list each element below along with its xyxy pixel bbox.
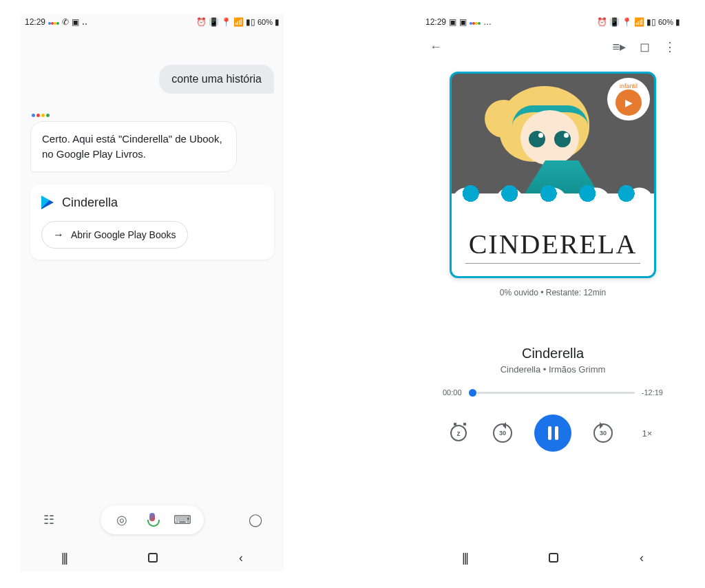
more-notif-icon: ‥ bbox=[82, 17, 87, 27]
track-subtitle: Cinderella • Irmãos Grimm bbox=[501, 364, 606, 375]
pause-button[interactable] bbox=[534, 414, 571, 452]
phone-assistant: 12:29 ✆ ▣ ‥ ⏰ 📳 📍 📶 ▮▯ 60% ▮ conte uma h… bbox=[21, 14, 284, 571]
status-bar: 12:29 ▣ ▣ … ⏰ 📳 📍 📶 ▮▯ 60% ▮ bbox=[421, 14, 684, 30]
system-nav-bar: ||| ‹ bbox=[421, 544, 684, 571]
rewind-30-button[interactable]: 30 bbox=[490, 421, 515, 445]
bookmark-icon[interactable]: ◻ bbox=[640, 39, 650, 54]
signal-icon: ▮▯ bbox=[246, 17, 255, 27]
player-controls: 30 30 1× bbox=[446, 414, 660, 452]
location-icon: 📍 bbox=[622, 17, 632, 27]
badge-label: infantil bbox=[620, 83, 638, 90]
sleep-timer-button[interactable] bbox=[446, 421, 471, 445]
google-icon bbox=[48, 17, 59, 27]
seek-row: 00:00 -12:19 bbox=[443, 388, 663, 397]
alarm-icon: ⏰ bbox=[597, 17, 607, 27]
alarm-icon: ⏰ bbox=[196, 17, 207, 27]
open-play-books-button[interactable]: → Abrir Google Play Books bbox=[41, 221, 188, 249]
keyboard-icon[interactable]: ⌨ bbox=[175, 512, 190, 527]
battery-icon: ▮ bbox=[275, 17, 280, 27]
vibrate-icon: 📳 bbox=[209, 17, 219, 27]
whatsapp-icon: ✆ bbox=[62, 17, 69, 27]
open-play-books-label: Abrir Google Play Books bbox=[71, 229, 176, 240]
wifi-icon: 📶 bbox=[634, 17, 644, 27]
image-notif-icon: ▣ bbox=[459, 17, 467, 27]
location-icon: 📍 bbox=[221, 17, 231, 27]
battery-icon: ▮ bbox=[675, 17, 680, 27]
arrow-right-icon: → bbox=[53, 229, 64, 241]
status-bar: 12:29 ✆ ▣ ‥ ⏰ 📳 📍 📶 ▮▯ 60% ▮ bbox=[21, 14, 284, 30]
card-title: Cinderella bbox=[62, 196, 118, 210]
nav-back-button[interactable]: ‹ bbox=[640, 551, 644, 565]
infantil-badge: infantil ▶ bbox=[607, 78, 650, 120]
cover-title: CINDERELA bbox=[465, 228, 640, 264]
image-notif-icon: ▣ bbox=[449, 17, 456, 27]
play-books-icon bbox=[41, 196, 54, 209]
nav-recent-button[interactable]: ||| bbox=[61, 551, 67, 565]
audiobook-player: infantil ▶ CINDERELA 0% ouvido • Restant… bbox=[421, 63, 684, 544]
assistant-avatar-icon bbox=[32, 114, 50, 117]
nav-home-button[interactable] bbox=[549, 553, 558, 563]
explore-icon[interactable]: ◯ bbox=[248, 512, 263, 527]
assistant-response: Certo. Aqui está "Cinderella" de Ubook, … bbox=[30, 121, 237, 172]
player-app-bar: ← ≡▸ ◻ ⋮ bbox=[421, 30, 684, 63]
phone-player: 12:29 ▣ ▣ … ⏰ 📳 📍 📶 ▮▯ 60% ▮ ← ≡▸ bbox=[421, 14, 684, 571]
signal-icon: ▮▯ bbox=[646, 17, 656, 27]
elapsed-time: 00:00 bbox=[443, 388, 462, 397]
image-notif-icon: ▣ bbox=[72, 17, 79, 27]
nav-home-button[interactable] bbox=[148, 553, 158, 563]
forward-30-button[interactable]: 30 bbox=[591, 421, 615, 445]
playback-speed-button[interactable]: 1× bbox=[635, 421, 660, 445]
wifi-icon: 📶 bbox=[233, 17, 244, 27]
overflow-icon[interactable]: ⋮ bbox=[664, 39, 676, 54]
progress-text: 0% ouvido • Restante: 12min bbox=[500, 288, 606, 297]
mic-icon[interactable] bbox=[145, 512, 160, 527]
battery-text: 60% bbox=[257, 18, 273, 26]
seek-bar[interactable] bbox=[469, 392, 635, 394]
user-message[interactable]: conte uma história bbox=[159, 65, 274, 94]
battery-text: 60% bbox=[658, 18, 673, 26]
google-icon bbox=[470, 17, 481, 27]
assistant-chat: conte uma história Certo. Aqui está "Cin… bbox=[21, 30, 284, 496]
nav-back-button[interactable]: ‹ bbox=[239, 551, 243, 565]
assistant-input-pill: ◎ ⌨ bbox=[101, 505, 204, 534]
status-time: 12:29 bbox=[425, 17, 446, 27]
play-books-card[interactable]: Cinderella → Abrir Google Play Books bbox=[30, 185, 274, 260]
vibrate-icon: 📳 bbox=[609, 17, 620, 27]
lens-icon[interactable]: ◎ bbox=[114, 512, 129, 527]
back-arrow-icon[interactable]: ← bbox=[430, 40, 442, 54]
book-cover[interactable]: infantil ▶ CINDERELA bbox=[450, 72, 656, 278]
assistant-bottom-bar: ☷ ◎ ⌨ ◯ bbox=[21, 496, 284, 544]
more-notif-icon: … bbox=[483, 17, 492, 27]
system-nav-bar: ||| ‹ bbox=[21, 544, 284, 571]
nav-recent-button[interactable]: ||| bbox=[462, 551, 467, 565]
track-title: Cinderella bbox=[522, 346, 584, 361]
updates-icon[interactable]: ☷ bbox=[41, 512, 56, 527]
chapters-icon[interactable]: ≡▸ bbox=[612, 39, 626, 54]
remaining-time: -12:19 bbox=[642, 388, 663, 397]
status-time: 12:29 bbox=[25, 17, 45, 27]
